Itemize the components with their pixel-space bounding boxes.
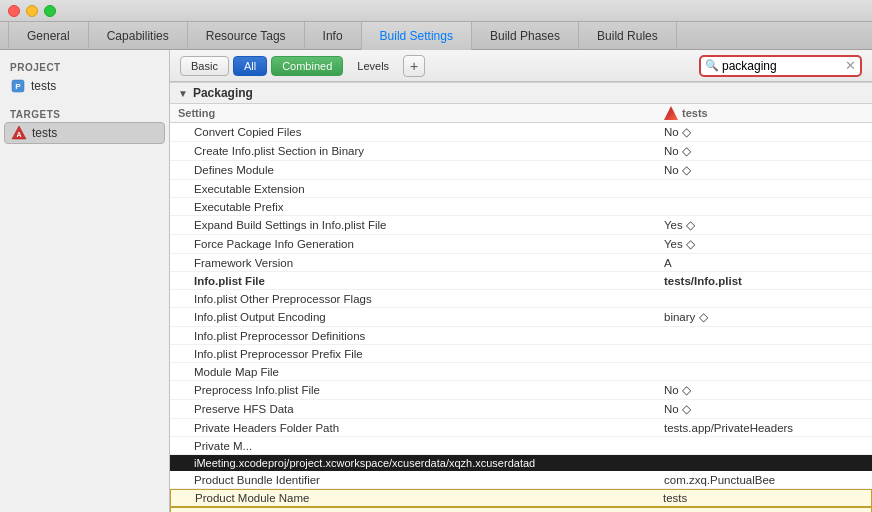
column-headers: Setting tests	[170, 104, 872, 123]
toolbar: Basic All Combined Levels + 🔍 ✕	[170, 50, 872, 82]
search-input[interactable]	[722, 59, 842, 73]
collapse-icon[interactable]: ▼	[178, 88, 188, 99]
targets-section-label: TARGETS	[0, 105, 169, 122]
table-row[interactable]: Create Info.plist Section in Binary No ◇	[170, 142, 872, 161]
tab-resource-tags[interactable]: Resource Tags	[188, 22, 305, 50]
table-row[interactable]: Info.plist Other Preprocessor Flags	[170, 290, 872, 308]
table-row[interactable]: Expand Build Settings in Info.plist File…	[170, 216, 872, 235]
table-row[interactable]: Private Headers Folder Path tests.app/Pr…	[170, 419, 872, 437]
table-row-product-module[interactable]: Product Module Name tests	[170, 489, 872, 507]
project-icon: P	[10, 78, 26, 94]
target-col-icon	[664, 106, 678, 120]
table-row[interactable]: Info.plist File tests/Info.plist	[170, 272, 872, 290]
table-row[interactable]: Executable Prefix	[170, 198, 872, 216]
tab-build-settings[interactable]: Build Settings	[362, 22, 472, 50]
tab-info[interactable]: Info	[305, 22, 362, 50]
table-row[interactable]: Executable Extension	[170, 180, 872, 198]
table-row[interactable]: Preprocess Info.plist File No ◇	[170, 381, 872, 400]
table-row[interactable]: Info.plist Preprocessor Definitions	[170, 327, 872, 345]
section-title: Packaging	[193, 86, 253, 100]
target-icon: A	[11, 125, 27, 141]
value-col-header: tests	[664, 106, 864, 120]
table-row[interactable]: Framework Version A	[170, 254, 872, 272]
tab-general[interactable]: General	[8, 22, 89, 50]
table-row[interactable]: Force Package Info Generation Yes ◇	[170, 235, 872, 254]
close-button[interactable]	[8, 5, 20, 17]
table-row[interactable]: Preserve HFS Data No ◇	[170, 400, 872, 419]
target-name: tests	[32, 126, 57, 140]
sidebar-project-item[interactable]: P tests	[0, 75, 169, 97]
svg-text:P: P	[15, 82, 21, 91]
setting-col-header: Setting	[178, 106, 664, 120]
table-row[interactable]: Convert Copied Files No ◇	[170, 123, 872, 142]
table-row-product-name[interactable]: Product Name tests	[170, 507, 872, 512]
search-icon: 🔍	[705, 59, 719, 72]
tab-capabilities[interactable]: Capabilities	[89, 22, 188, 50]
window-chrome	[0, 0, 872, 22]
sidebar: PROJECT P tests TARGETS A tests	[0, 50, 170, 512]
top-tab-bar: General Capabilities Resource Tags Info …	[0, 22, 872, 50]
sidebar-target-item[interactable]: A tests	[4, 122, 165, 144]
minimize-button[interactable]	[26, 5, 38, 17]
packaging-section-header: ▼ Packaging	[170, 82, 872, 104]
table-row[interactable]: Module Map File	[170, 363, 872, 381]
search-clear-button[interactable]: ✕	[845, 58, 856, 73]
table-area: ▼ Packaging Setting tests Convert Copied…	[170, 82, 872, 512]
table-row-private-m[interactable]: Private M...	[170, 437, 872, 455]
main-area: PROJECT P tests TARGETS A tests	[0, 50, 872, 512]
add-setting-button[interactable]: +	[403, 55, 425, 77]
project-name: tests	[31, 79, 56, 93]
all-button[interactable]: All	[233, 56, 267, 76]
search-wrapper: 🔍 ✕	[699, 55, 862, 77]
levels-button[interactable]: Levels	[347, 57, 399, 75]
zoom-button[interactable]	[44, 5, 56, 17]
table-row[interactable]: Product Bundle Identifier com.zxq.Punctu…	[170, 471, 872, 489]
table-row[interactable]: Defines Module No ◇	[170, 161, 872, 180]
tooltip-overlay: iMeeting.xcodeproj/project.xcworkspace/x…	[170, 455, 872, 471]
tab-build-phases[interactable]: Build Phases	[472, 22, 579, 50]
table-row[interactable]: Info.plist Preprocessor Prefix File	[170, 345, 872, 363]
table-row[interactable]: Info.plist Output Encoding binary ◇	[170, 308, 872, 327]
tab-build-rules[interactable]: Build Rules	[579, 22, 677, 50]
content-area: Basic All Combined Levels + 🔍 ✕ ▼ Packag…	[170, 50, 872, 512]
combined-button[interactable]: Combined	[271, 56, 343, 76]
svg-text:A: A	[16, 131, 21, 138]
basic-button[interactable]: Basic	[180, 56, 229, 76]
project-section-label: PROJECT	[0, 58, 169, 75]
